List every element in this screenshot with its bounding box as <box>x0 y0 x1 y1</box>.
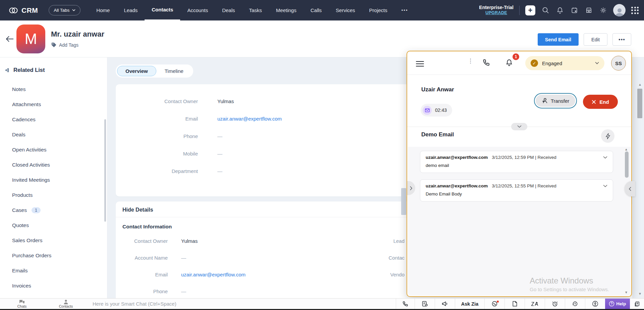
chevron-left-icon <box>629 187 631 191</box>
brand[interactable]: CRM <box>0 6 38 15</box>
collapse-call-section-handle[interactable] <box>511 123 527 130</box>
right-column-label: Vendo <box>371 272 405 277</box>
sidebar-item-emails[interactable]: Emails <box>0 263 107 278</box>
sidebar-item-quotes[interactable]: Quotes <box>0 218 107 233</box>
person-icon <box>64 300 68 305</box>
back-arrow-icon[interactable] <box>5 35 15 45</box>
nav-projects[interactable]: Projects <box>362 0 394 20</box>
agent-status-dropdown[interactable]: ✓ Engaged <box>525 56 604 70</box>
end-call-button[interactable]: End <box>583 95 618 109</box>
sidebar-item-deals[interactable]: Deals <box>0 127 107 142</box>
kebab-menu-icon[interactable]: ⋮ <box>468 58 473 64</box>
more-actions-button[interactable]: ••• <box>612 33 631 46</box>
sidebar-item-cadences[interactable]: Cadences <box>0 112 107 127</box>
accessibility-icon[interactable] <box>585 299 605 309</box>
nav-tasks[interactable]: Tasks <box>242 0 269 20</box>
softphone-panel: ⋮ 1 ✓ Engaged SS Uzair Anwar 02:43 Trans… <box>407 51 632 297</box>
email-link[interactable]: uzair.anwar@expertflow.com <box>217 116 282 122</box>
email-item[interactable]: uzair.anwar@expertflow.com 3/12/2025, 12… <box>420 179 613 202</box>
chats-tab[interactable]: Chats <box>0 299 44 309</box>
calendar-icon[interactable] <box>570 6 579 15</box>
panel-scroll-down-arrow[interactable]: ▼ <box>625 291 628 294</box>
zia-sketch-icon[interactable] <box>525 299 545 309</box>
expand-chevron-icon[interactable] <box>603 185 607 187</box>
notifications-icon[interactable] <box>555 6 564 15</box>
announcements-megaphone-icon[interactable] <box>435 299 455 309</box>
user-avatar[interactable] <box>613 4 626 16</box>
transfer-button[interactable]: Transfer <box>534 93 577 108</box>
smart-chat-input[interactable] <box>88 299 396 309</box>
nav-contacts[interactable]: Contacts <box>145 0 180 20</box>
nav-deals[interactable]: Deals <box>215 0 242 20</box>
marketplace-icon[interactable] <box>584 6 593 15</box>
help-button[interactable]: Help <box>605 299 630 309</box>
nav-services[interactable]: Services <box>329 0 362 20</box>
top-navbar: CRM All Tabs Home Leads Contacts Account… <box>0 0 644 20</box>
hide-details-toggle[interactable]: Hide Details <box>122 207 153 213</box>
upgrade-link[interactable]: UPGRADE <box>479 10 514 16</box>
email-channel-icon <box>423 106 432 115</box>
edit-button[interactable]: Edit <box>584 33 607 46</box>
sidebar-item-cases[interactable]: Cases1 <box>0 203 107 218</box>
timer-value: 02:43 <box>435 107 447 113</box>
nav-accounts[interactable]: Accounts <box>180 0 215 20</box>
dialer-phone-icon[interactable] <box>482 58 490 67</box>
copy-cards-icon[interactable] <box>630 299 644 309</box>
agent-avatar[interactable]: SS <box>611 56 626 71</box>
main-scrollbar[interactable] <box>401 188 406 215</box>
email-item[interactable]: uzair.anwar@expertflow.com 3/12/2025, 12… <box>420 151 613 173</box>
tab-overview[interactable]: Overview <box>117 66 156 76</box>
cases-count-badge: 1 <box>32 207 41 213</box>
tag-icon <box>51 42 57 48</box>
feedback-form-icon[interactable] <box>415 299 435 309</box>
scrollbar-thumb[interactable] <box>637 89 642 118</box>
app-grid-icon[interactable] <box>631 7 639 14</box>
nav-leads[interactable]: Leads <box>117 0 145 20</box>
all-tabs-dropdown[interactable]: All Tabs <box>49 5 80 15</box>
softphone-header: ⋮ 1 ✓ Engaged SS <box>407 51 631 75</box>
sidebar-item-invited-meetings[interactable]: Invited Meetings <box>0 172 107 187</box>
zia-insights-icon[interactable] <box>484 299 504 309</box>
scroll-up-arrow[interactable]: ▲ <box>638 83 642 86</box>
quick-create-button[interactable]: + <box>525 5 535 15</box>
collapse-panel-icon[interactable] <box>4 68 9 73</box>
sidebar-item-open-activities[interactable]: Open Activities <box>0 142 107 157</box>
expand-chevron-icon[interactable] <box>603 156 607 159</box>
page-flip-icon[interactable] <box>504 299 525 309</box>
quick-actions-bolt-icon[interactable] <box>601 129 614 143</box>
email-meta: 3/12/2025, 12:59 PM | Received <box>492 155 556 160</box>
menu-hamburger-icon[interactable] <box>416 59 424 68</box>
sidebar-item-sales-orders[interactable]: Sales Orders <box>0 233 107 248</box>
sidebar-item-invoices[interactable]: Invoices <box>0 278 107 293</box>
scroll-down-arrow[interactable]: ▼ <box>638 292 642 296</box>
send-email-button[interactable]: Send Email <box>538 33 579 46</box>
softphone-bell-icon[interactable] <box>505 58 513 67</box>
panel-scroll-up-arrow[interactable]: ▲ <box>625 147 628 151</box>
email-from: uzair.anwar@expertflow.com <box>426 183 488 188</box>
add-tags-button[interactable]: Add Tags <box>51 42 78 48</box>
sidebar-item-products[interactable]: Products <box>0 187 107 203</box>
email-link[interactable]: uzair.anwar@expertflow.com <box>181 272 246 277</box>
reminders-alarm-icon[interactable] <box>545 299 565 309</box>
trial-label: Enterprise-Trial <box>479 5 514 11</box>
nav-more-icon[interactable]: ••• <box>394 0 415 20</box>
sidebar-item-purchase-orders[interactable]: Purchase Orders <box>0 248 107 263</box>
nav-calls[interactable]: Calls <box>304 0 329 20</box>
nav-home[interactable]: Home <box>89 0 117 20</box>
tab-timeline[interactable]: Timeline <box>156 66 192 76</box>
ask-zia-button[interactable]: Ask Zia <box>455 299 484 309</box>
panel-scrollbar[interactable] <box>625 151 629 178</box>
search-icon[interactable] <box>541 6 550 15</box>
sidebar-scrollbar[interactable] <box>104 119 106 222</box>
settings-gear-icon[interactable] <box>599 6 607 15</box>
window-scrollbar[interactable]: ▲ ▼ <box>637 81 643 296</box>
sidebar-item-campaigns[interactable]: Campaigns <box>0 293 107 298</box>
history-icon[interactable] <box>565 299 585 309</box>
sidebar-item-notes[interactable]: Notes <box>0 82 107 97</box>
nav-meetings[interactable]: Meetings <box>269 0 304 20</box>
contacts-tab[interactable]: Contacts <box>44 299 88 309</box>
sidebar-item-attachments[interactable]: Attachments <box>0 97 107 112</box>
email-from: uzair.anwar@expertflow.com <box>426 155 488 160</box>
phone-call-icon[interactable] <box>396 299 415 309</box>
sidebar-item-closed-activities[interactable]: Closed Activities <box>0 157 107 172</box>
